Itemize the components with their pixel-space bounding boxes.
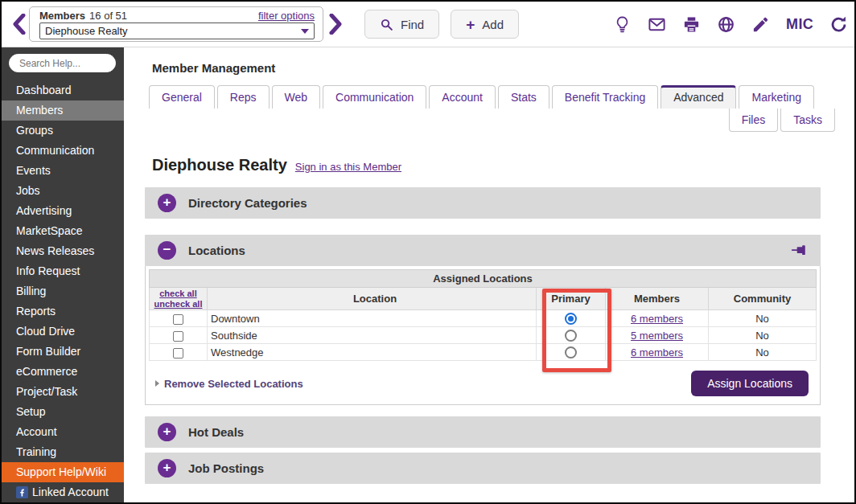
sidebar-item-billing[interactable]: Billing xyxy=(2,281,124,301)
tab-row-1: General Reps Web Communication Account S… xyxy=(149,85,837,109)
members-count-link[interactable]: 5 members xyxy=(631,330,683,342)
section-job-postings[interactable]: + Job Postings xyxy=(145,453,821,484)
sidebar-item-marketspace[interactable]: MarketSpace xyxy=(2,221,124,241)
column-header-primary: Primary xyxy=(537,288,606,310)
primary-radio[interactable] xyxy=(565,313,577,325)
find-button-label: Find xyxy=(401,18,424,31)
members-count-link[interactable]: 6 members xyxy=(631,313,683,325)
expand-icon[interactable]: + xyxy=(158,459,176,477)
member-context-label: Members xyxy=(39,10,85,22)
table-row: Westnedge 6 members No xyxy=(150,344,817,361)
tab-marketing[interactable]: Marketing xyxy=(739,85,813,109)
sign-in-as-member-link[interactable]: Sign in as this Member xyxy=(295,161,401,173)
sidebar-item-reports[interactable]: Reports xyxy=(2,301,124,322)
column-header-community: Community xyxy=(709,288,817,310)
section-locations[interactable]: − Locations xyxy=(145,235,821,266)
sidebar-item-communication[interactable]: Communication xyxy=(2,141,124,161)
member-heading: Diephouse Realty xyxy=(152,156,287,174)
tab-stats[interactable]: Stats xyxy=(498,85,549,109)
section-hot-deals[interactable]: + Hot Deals xyxy=(145,416,821,448)
top-icon-group: MIC xyxy=(613,15,854,34)
tab-advanced[interactable]: Advanced xyxy=(661,85,736,109)
table-title: Assigned Locations xyxy=(150,270,817,288)
sidebar-item-training[interactable]: Training xyxy=(2,442,124,462)
collapse-icon[interactable]: − xyxy=(158,241,176,260)
sidebar-item-members[interactable]: Members xyxy=(2,100,124,121)
globe-icon[interactable] xyxy=(717,15,735,34)
sidebar-item-info-request[interactable]: Info Request xyxy=(2,261,124,281)
top-bar: Members 16 of 51 filter options Diephous… xyxy=(2,2,854,47)
members-count-link[interactable]: 6 members xyxy=(631,346,683,359)
column-header-location: Location xyxy=(208,288,537,310)
pencil-icon[interactable] xyxy=(751,15,770,34)
sidebar-item-ecommerce[interactable]: eCommerce xyxy=(2,362,124,382)
sidebar-item-label: Linked Account xyxy=(32,482,109,502)
search-help-input[interactable] xyxy=(9,54,116,72)
sidebar-item-project-task[interactable]: Project/Task xyxy=(2,382,124,402)
refresh-icon[interactable] xyxy=(829,15,848,34)
location-name: Southside xyxy=(208,327,537,344)
check-all-link[interactable]: check all xyxy=(150,289,207,299)
member-navigator: Members 16 of 51 filter options Diephous… xyxy=(29,6,323,42)
envelope-icon[interactable] xyxy=(648,15,666,34)
row-checkbox[interactable] xyxy=(173,314,183,325)
section-label: Hot Deals xyxy=(188,425,244,439)
app-window: Members 16 of 51 filter options Diephous… xyxy=(0,0,856,504)
table-row: Southside 5 members No xyxy=(150,327,817,344)
remove-link-label: Remove Selected Locations xyxy=(164,378,303,390)
sidebar-item-advertising[interactable]: Advertising xyxy=(2,201,124,221)
tab-communication[interactable]: Communication xyxy=(323,85,426,109)
printer-icon[interactable] xyxy=(682,15,701,34)
community-value: No xyxy=(709,327,817,344)
tab-files[interactable]: Files xyxy=(729,109,779,132)
sidebar-item-form-builder[interactable]: Form Builder xyxy=(2,342,124,362)
sidebar-item-events[interactable]: Events xyxy=(2,161,124,181)
mic-menu-label[interactable]: MIC xyxy=(786,16,813,33)
expand-icon[interactable]: + xyxy=(158,423,176,441)
remove-selected-locations-link[interactable]: Remove Selected Locations xyxy=(155,378,303,390)
triangle-right-icon xyxy=(155,380,159,387)
community-value: No xyxy=(709,344,817,361)
assigned-locations-table: Assigned Locations check all uncheck all… xyxy=(149,269,817,361)
uncheck-all-link[interactable]: uncheck all xyxy=(150,299,207,309)
add-button[interactable]: + Add xyxy=(451,10,519,39)
facebook-icon xyxy=(16,486,28,498)
sidebar-item-cloud-drive[interactable]: Cloud Drive xyxy=(2,322,124,342)
tab-row-2: Files Tasks xyxy=(149,109,837,132)
section-label: Directory Categories xyxy=(188,196,307,210)
table-row: Downtown 6 members No xyxy=(150,310,817,327)
sidebar-item-news-releases[interactable]: News Releases xyxy=(2,241,124,261)
row-checkbox[interactable] xyxy=(173,348,183,359)
tab-account[interactable]: Account xyxy=(429,85,496,109)
sidebar-item-setup[interactable]: Setup xyxy=(2,402,124,422)
sidebar-item-groups[interactable]: Groups xyxy=(2,121,124,141)
search-icon xyxy=(380,18,393,31)
filter-options-link[interactable]: filter options xyxy=(258,10,315,22)
tab-tasks[interactable]: Tasks xyxy=(780,109,835,132)
previous-member-chevron-icon[interactable] xyxy=(12,14,27,35)
sidebar-item-account[interactable]: Account xyxy=(2,422,124,442)
next-member-chevron-icon[interactable] xyxy=(328,14,343,35)
section-directory-categories[interactable]: + Directory Categories xyxy=(145,187,821,219)
tab-web[interactable]: Web xyxy=(272,85,321,109)
sidebar-item-linked-account[interactable]: Linked Account xyxy=(2,482,124,502)
primary-radio[interactable] xyxy=(565,330,577,342)
sidebar-item-dashboard[interactable]: Dashboard xyxy=(2,80,124,100)
lightbulb-icon[interactable] xyxy=(613,15,632,34)
pushpin-icon[interactable] xyxy=(790,242,808,260)
chevron-down-icon xyxy=(301,29,309,34)
tab-general[interactable]: General xyxy=(149,85,215,109)
main-content: Member Management General Reps Web Commu… xyxy=(124,47,854,502)
locations-panel: Assigned Locations check all uncheck all… xyxy=(145,266,821,405)
row-checkbox[interactable] xyxy=(173,331,183,342)
primary-radio[interactable] xyxy=(565,346,577,359)
sidebar-item-support-help-wiki[interactable]: Support Help/Wiki xyxy=(2,462,124,482)
member-select[interactable]: Diephouse Realty xyxy=(39,23,315,39)
tab-benefit-tracking[interactable]: Benefit Tracking xyxy=(552,85,658,109)
tab-reps[interactable]: Reps xyxy=(217,85,270,109)
find-button[interactable]: Find xyxy=(364,10,439,39)
assign-locations-button[interactable]: Assign Locations xyxy=(691,371,809,396)
tab-strip: General Reps Web Communication Account S… xyxy=(149,85,837,132)
expand-icon[interactable]: + xyxy=(158,194,176,212)
sidebar-item-jobs[interactable]: Jobs xyxy=(2,181,124,201)
